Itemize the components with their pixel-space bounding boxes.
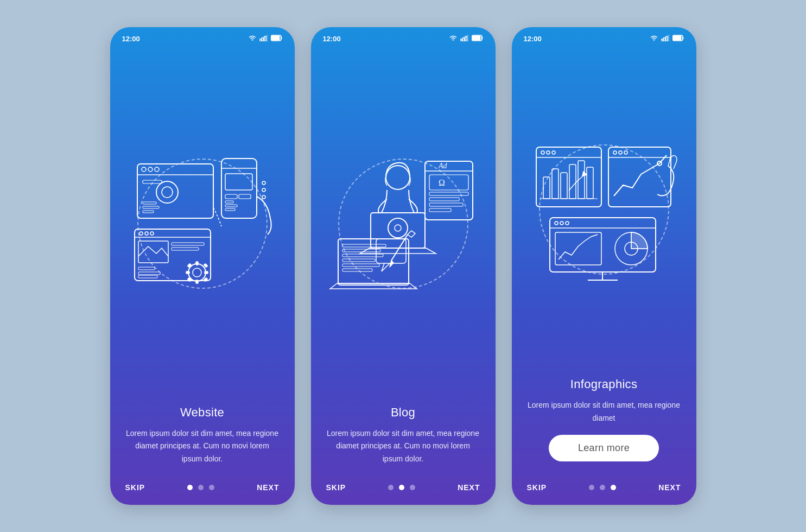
dot-3-2 [600,485,605,490]
dot-2-1 [388,485,394,490]
dot-3-1 [589,485,594,490]
svg-point-100 [619,151,622,154]
svg-rect-14 [143,202,156,204]
svg-rect-90 [543,177,550,199]
svg-rect-66 [429,198,459,201]
skip-button-1[interactable]: SKIP [125,483,145,492]
illustration-area-blog: Ad Ω [311,46,496,401]
svg-rect-76 [342,269,372,271]
status-time-3: 12:00 [524,35,542,43]
svg-rect-1 [262,38,263,42]
svg-rect-13 [143,180,162,183]
wifi-icon-3 [650,35,658,43]
next-button-3[interactable]: NEXT [658,483,681,492]
svg-rect-51 [465,36,467,41]
dot-1-1 [187,485,193,490]
status-bar-1: 12:00 [110,27,295,46]
skip-button-2[interactable]: SKIP [326,483,346,492]
status-bar-2: 12:00 [311,27,496,46]
learn-more-button[interactable]: Learn more [549,435,659,461]
svg-rect-36 [138,267,155,270]
svg-point-27 [262,195,265,199]
svg-point-106 [560,221,563,225]
svg-rect-50 [462,38,464,42]
svg-text:Ω: Ω [439,178,445,187]
phone-screen-infographics: 12:00 [512,27,696,505]
svg-point-12 [162,187,173,198]
svg-rect-67 [429,203,463,206]
svg-rect-5 [271,36,279,40]
svg-rect-38 [138,275,157,278]
svg-rect-23 [225,205,237,207]
svg-rect-91 [552,169,559,199]
status-bar-3: 12:00 [512,27,696,46]
battery-icon-2 [472,35,484,43]
screen-description-blog: Lorem ipsum dolor sit dim amet, mea regi… [326,427,480,466]
text-area-website: Website Lorem ipsum dolor sit dim amet, … [110,401,295,474]
nav-bar-2: SKIP NEXT [311,474,496,505]
svg-rect-17 [221,159,257,218]
screen-title-website: Website [125,406,280,420]
svg-rect-79 [661,39,663,41]
svg-rect-82 [668,35,670,41]
dot-2-2 [399,485,404,490]
svg-rect-35 [172,248,199,250]
svg-point-26 [262,188,265,192]
svg-rect-44 [205,271,208,274]
svg-rect-46 [204,263,207,267]
svg-point-59 [395,225,401,231]
dots-2 [388,485,415,490]
svg-rect-52 [467,35,469,41]
text-area-blog: Blog Lorem ipsum dolor sit dim amet, mea… [311,401,496,474]
infographics-illustration [528,134,680,286]
svg-point-87 [541,151,544,154]
screen-title-blog: Blog [326,406,480,420]
svg-rect-34 [172,243,204,245]
svg-rect-63 [429,175,468,190]
dot-1-2 [198,485,204,490]
dots-3 [589,485,616,490]
svg-point-25 [262,181,265,185]
svg-rect-65 [429,192,468,195]
status-icons-1 [248,35,283,43]
text-area-infographics: Infographics Lorem ipsum dolor sit dim a… [512,373,696,474]
svg-rect-73 [342,254,383,257]
svg-point-89 [552,151,555,154]
svg-rect-75 [342,264,379,267]
svg-point-40 [193,268,201,277]
status-icons-3 [650,35,684,43]
svg-point-32 [150,232,154,235]
svg-point-8 [142,167,146,172]
wifi-icon-2 [449,35,458,43]
svg-point-55 [386,166,410,189]
phone-screen-website: 12:00 [110,27,295,505]
svg-rect-20 [225,194,237,199]
svg-rect-3 [266,35,268,41]
svg-rect-110 [555,232,601,265]
next-button-2[interactable]: NEXT [458,483,480,492]
nav-bar-1: SKIP NEXT [110,474,295,505]
battery-icon-3 [672,35,684,43]
svg-rect-22 [225,201,233,203]
dot-1-3 [209,485,214,490]
status-time-1: 12:00 [122,35,140,43]
illustration-area-infographics [512,46,696,373]
svg-point-99 [613,151,617,154]
screen-description-website: Lorem ipsum dolor sit dim amet, mea regi… [125,427,280,466]
next-button-1[interactable]: NEXT [257,483,279,492]
svg-point-107 [566,221,569,225]
svg-point-30 [139,232,143,235]
svg-rect-49 [460,39,462,41]
svg-point-9 [148,167,153,172]
nav-bar-3: SKIP NEXT [512,474,696,505]
svg-rect-80 [663,38,665,42]
svg-rect-71 [342,244,386,247]
screen-description-infographics: Lorem ipsum dolor sit dim amet, mea regi… [527,399,681,425]
skip-button-3[interactable]: SKIP [527,483,547,492]
blog-illustration: Ad Ω [327,148,479,300]
svg-point-88 [547,151,550,154]
svg-point-101 [624,151,627,154]
svg-point-31 [145,232,148,235]
svg-rect-41 [196,262,198,265]
svg-rect-54 [472,36,480,40]
